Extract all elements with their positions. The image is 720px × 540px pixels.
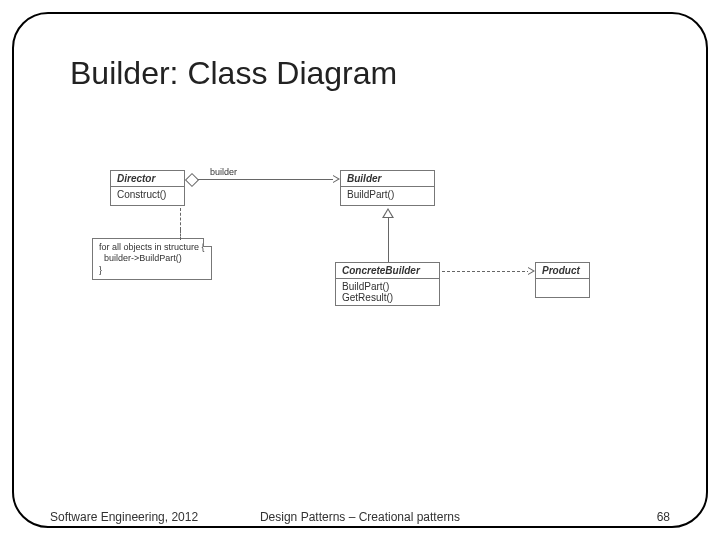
note-anchor-line xyxy=(180,230,182,240)
uml-class-name: Builder xyxy=(340,170,435,187)
uml-class-name: ConcreteBuilder xyxy=(335,262,440,279)
inheritance-triangle-icon xyxy=(382,208,394,218)
aggregation-diamond-icon xyxy=(185,173,199,187)
arrow-right-icon xyxy=(333,175,340,183)
uml-class-director: Director Construct() xyxy=(110,170,185,206)
uml-op: GetResult() xyxy=(342,292,433,303)
uml-class-ops: BuildPart() xyxy=(340,187,435,206)
uml-class-ops: BuildPart() GetResult() xyxy=(335,279,440,306)
footer-center: Design Patterns – Creational patterns xyxy=(0,510,720,524)
note-anchor-line xyxy=(180,208,181,230)
uml-class-concretebuilder: ConcreteBuilder BuildPart() GetResult() xyxy=(335,262,440,306)
class-diagram: Director Construct() Builder BuildPart()… xyxy=(110,170,590,360)
uml-class-name: Director xyxy=(110,170,185,187)
slide-title: Builder: Class Diagram xyxy=(70,55,397,92)
uml-class-ops xyxy=(535,279,590,298)
uml-class-name: Product xyxy=(535,262,590,279)
uml-op: BuildPart() xyxy=(342,281,433,292)
inherit-line xyxy=(388,218,389,262)
uml-class-ops: Construct() xyxy=(110,187,185,206)
footer-right: 68 xyxy=(657,510,670,524)
uml-note: for all objects in structure { builder->… xyxy=(92,238,212,280)
assoc-line xyxy=(198,179,333,180)
uml-class-builder: Builder BuildPart() xyxy=(340,170,435,206)
uml-class-product: Product xyxy=(535,262,590,298)
assoc-label: builder xyxy=(210,167,237,177)
dependency-line xyxy=(442,271,530,272)
slide: Builder: Class Diagram Director Construc… xyxy=(0,0,720,540)
arrow-right-icon xyxy=(528,267,535,275)
